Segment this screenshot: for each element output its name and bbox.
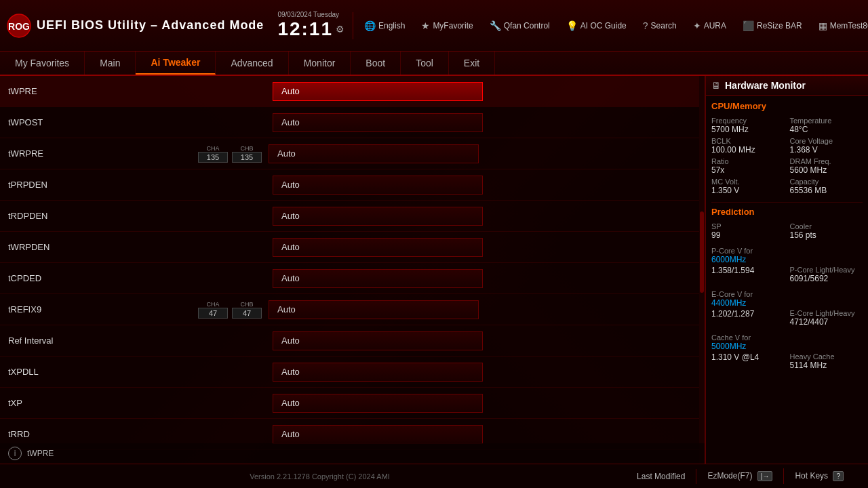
setting-value-box[interactable]: Auto [269, 300, 479, 319]
setting-name: tWRPDEN [8, 242, 198, 252]
setting-name: tWPRE [8, 86, 198, 96]
nav-tab-advanced[interactable]: Advanced [216, 52, 288, 75]
content-area: tWPREAutotWPOSTAutotWRPRECHA135CHB135Aut… [0, 76, 868, 464]
hw-divider [711, 202, 863, 203]
setting-name: tRRD [8, 429, 198, 439]
setting-value-box[interactable]: Auto [273, 113, 483, 132]
ez-mode-button[interactable]: EzMode(F7) |→ [696, 468, 784, 484]
setting-row[interactable]: tWPOSTAuto [0, 107, 705, 138]
svg-text:ROG: ROG [8, 21, 30, 32]
nav-tab-main[interactable]: Main [85, 52, 136, 75]
top-nav-item-search[interactable]: ?Search [640, 19, 679, 33]
cpu-memory-section-title: CPU/Memory [711, 101, 863, 111]
nav-icon-search: ? [643, 20, 648, 31]
nav-icon-english: 🌐 [364, 20, 376, 31]
dram-freq-value: 5600 MHz [790, 165, 863, 175]
setting-value-box[interactable]: Auto [273, 394, 483, 413]
channel-badges: CHA47CHB47 [198, 301, 262, 319]
hw-monitor-header: 🖥 Hardware Monitor [706, 76, 868, 96]
setting-value-box[interactable]: Auto [273, 363, 483, 382]
footer-version: Version 2.21.1278 Copyright (C) 2024 AMI [14, 472, 626, 481]
nav-tab-my-favorites[interactable]: My Favorites [0, 52, 85, 75]
main-navigation: My FavoritesMainAi TweakerAdvancedMonito… [0, 52, 868, 76]
setting-row[interactable]: tWRPRECHA135CHB135Auto [0, 138, 705, 169]
top-nav-item-memtest86[interactable]: ▦MemTest86 [816, 19, 868, 33]
setting-row[interactable]: tPRPDENAuto [0, 169, 705, 201]
last-modified-button[interactable]: Last Modified [626, 469, 696, 484]
setting-value-box[interactable]: Auto [273, 176, 483, 195]
setting-value-box[interactable]: Auto [273, 82, 483, 101]
setting-name: tWPOST [8, 117, 198, 127]
setting-name: tXPDLL [8, 367, 198, 377]
prediction-grid: SP 99 Cooler 156 pts [711, 222, 863, 240]
top-nav-item-aura[interactable]: ✦AURA [690, 19, 729, 33]
top-nav-item-english[interactable]: 🌐English [361, 19, 408, 33]
hw-monitor-title: Hardware Monitor [725, 80, 806, 91]
setting-value-area: Auto [273, 176, 696, 195]
frequency-label: Frequency 5700 MHz [711, 117, 785, 134]
setting-value-box[interactable]: Auto [273, 207, 483, 226]
mc-volt-col: MC Volt. 1.350 V [711, 178, 785, 195]
info-text: tWPRE [27, 449, 54, 458]
setting-value-box[interactable]: Auto [273, 238, 483, 257]
rog-logo-icon: ROG [7, 14, 31, 38]
setting-row[interactable]: tWRPDENAuto [0, 232, 705, 263]
channel-badge-chb: CHB47 [232, 301, 262, 319]
setting-value-area: Auto [273, 331, 696, 350]
setting-value-box[interactable]: Auto [273, 425, 483, 444]
setting-row[interactable]: Ref IntervalAuto [0, 325, 705, 357]
top-nav-item-qfan-control[interactable]: 🔧Qfan Control [487, 19, 553, 33]
setting-row[interactable]: tRDPDENAuto [0, 201, 705, 232]
prediction-section-title: Prediction [711, 207, 863, 217]
nav-icon-qfan-control: 🔧 [490, 20, 501, 31]
hardware-monitor-panel: 🖥 Hardware Monitor CPU/Memory Frequency … [705, 76, 868, 464]
nav-tab-boot[interactable]: Boot [351, 52, 401, 75]
setting-value-box[interactable]: Auto [273, 331, 483, 350]
scroll-thumb[interactable] [700, 211, 704, 293]
footer-right: Last Modified EzMode(F7) |→ Hot Keys ? [626, 468, 854, 484]
frequency-value: 5700 MHz [711, 125, 785, 134]
bios-title: UEFI BIOS Utility – Advanced Mode [37, 18, 264, 33]
nav-tab-monitor[interactable]: Monitor [289, 52, 351, 75]
nav-icon-resize-bar: ⬛ [743, 20, 754, 31]
setting-value-area: Auto [269, 300, 696, 319]
setting-row[interactable]: tCPDEDAuto [0, 263, 705, 294]
temperature-col: Temperature 48°C [790, 117, 863, 134]
heavy-cache-value: 5114 MHz [790, 361, 863, 370]
capacity-col: Capacity 65536 MB [790, 178, 863, 195]
pcore-row: P-Core V for 6000MHz 1.358/1.594 P-Core … [711, 247, 863, 283]
top-nav-item-resize-bar[interactable]: ⬛ReSize BAR [740, 19, 805, 33]
ecore-v-value: 1.202/1.287 [711, 309, 785, 319]
setting-row[interactable]: tXPDLLAuto [0, 357, 705, 388]
setting-name: tREFIX9 [8, 304, 198, 314]
datetime-area: 09/03/2024 Tuesday 12:11 ⚙ [277, 11, 344, 40]
logo-area: ROG UEFI BIOS Utility – Advanced Mode [7, 14, 264, 38]
setting-row[interactable]: tREFIX9CHA47CHB47Auto [0, 294, 705, 325]
setting-name: Ref Interval [8, 336, 198, 346]
channel-badge-cha: CHA135 [198, 145, 228, 163]
nav-icon-aura: ✦ [693, 20, 701, 31]
mc-volt-value: 1.350 V [711, 186, 785, 195]
cooler-value: 156 pts [790, 230, 863, 240]
core-voltage-col: Core Voltage 1.368 V [790, 137, 863, 155]
bclk-value: 100.00 MHz [711, 145, 785, 155]
nav-tab-ai-tweaker[interactable]: Ai Tweaker [136, 52, 216, 75]
settings-gear-icon[interactable]: ⚙ [336, 24, 344, 35]
pcore-v-value: 1.358/1.594 [711, 266, 785, 275]
time-display: 12:11 [277, 18, 333, 40]
setting-value-box[interactable]: Auto [273, 269, 483, 288]
top-nav-item-ai-oc-guide[interactable]: 💡AI OC Guide [564, 19, 629, 33]
nav-tab-tool[interactable]: Tool [401, 52, 449, 75]
hot-keys-button[interactable]: Hot Keys ? [784, 468, 854, 484]
top-nav-item-myfavorite[interactable]: ★MyFavorite [418, 19, 475, 33]
ecore-freq-highlight: 4400MHz [711, 298, 863, 308]
setting-row[interactable]: tXPAuto [0, 388, 705, 419]
nav-icon-ai-oc-guide: 💡 [566, 20, 578, 31]
setting-value-box[interactable]: Auto [269, 144, 479, 163]
nav-tab-exit[interactable]: Exit [449, 52, 495, 75]
sp-col: SP 99 [711, 222, 785, 240]
setting-row[interactable]: tWPREAuto [0, 76, 705, 107]
scroll-track[interactable] [699, 76, 705, 464]
setting-name: tRDPDEN [8, 211, 198, 221]
nav-icon-memtest86: ▦ [818, 20, 827, 31]
